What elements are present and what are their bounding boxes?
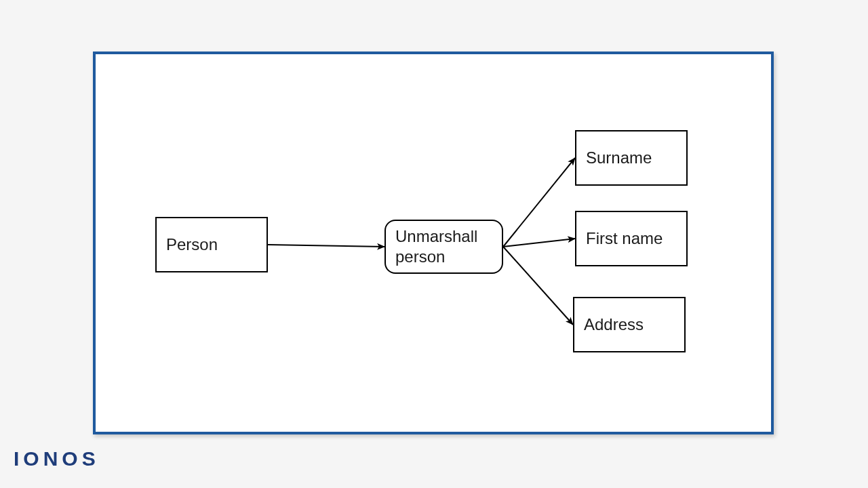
node-surname-label: Surname [586, 148, 652, 168]
node-unmarshall-label: Unmarshall person [395, 226, 492, 267]
brand-logo: IONOS [14, 447, 100, 470]
node-person: Person [155, 217, 268, 272]
node-firstname: First name [575, 211, 688, 266]
node-unmarshall: Unmarshall person [384, 220, 503, 274]
node-address: Address [573, 297, 686, 352]
node-surname: Surname [575, 130, 688, 186]
diagram-frame: Person Unmarshall person Surname First n… [93, 52, 774, 434]
node-firstname-label: First name [586, 228, 663, 249]
arrow-unmarshall-to-firstname [503, 239, 575, 247]
arrow-unmarshall-to-address [503, 247, 573, 325]
arrow-unmarshall-to-surname [503, 158, 575, 247]
node-address-label: Address [584, 314, 644, 335]
arrow-person-to-unmarshall [268, 245, 384, 247]
node-person-label: Person [166, 235, 218, 255]
